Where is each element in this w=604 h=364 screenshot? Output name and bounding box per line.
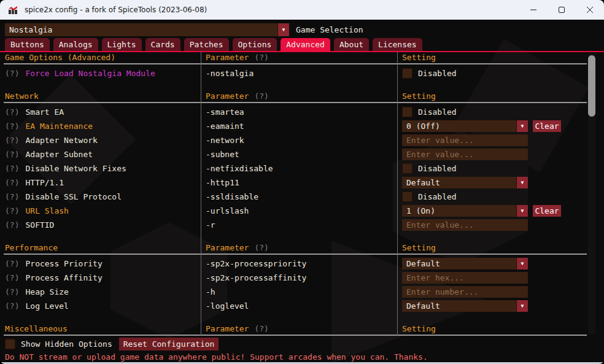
help-hint[interactable]: (?) [5,178,19,187]
minimize-button[interactable] [519,0,548,20]
help-hint[interactable]: (?) [5,206,19,215]
parameter-help-hint[interactable]: (?) [254,243,268,252]
tab-licenses[interactable]: Licenses [373,38,422,51]
tab-cards[interactable]: Cards [145,38,180,51]
option-label: Adapter Network [25,136,97,145]
option-input[interactable] [402,134,528,146]
tab-advanced[interactable]: Advanced [281,38,330,51]
dropdown-value: 1 (On) [402,206,516,215]
option-dropdown[interactable]: 0 (Off)▼ [402,120,528,132]
help-hint[interactable]: (?) [5,122,19,131]
option-parameter: -sp2x-processpriority [201,257,397,271]
checkbox-label: Disabled [418,192,457,201]
option-input[interactable] [402,219,528,231]
tab-buttons[interactable]: Buttons [5,38,50,51]
option-input[interactable] [402,149,528,160]
option-setting-cell: Default▼ [397,299,588,313]
game-selection-value: Nostalgia [5,25,277,34]
chevron-down-icon: ▼ [516,120,528,132]
column-header-parameter: Parameter(?) [201,323,397,334]
option-label: SOFTID [25,220,54,230]
option-checkbox[interactable] [402,163,412,174]
option-dropdown[interactable]: 1 (On)▼ [402,205,528,217]
option-label: Log Level [25,301,68,311]
option-setting-cell: Disabled [397,161,588,176]
scrollbar[interactable] [588,53,595,335]
table-row: (?)URL Slash-urlslash1 (On)▼Clear [0,204,588,218]
section-title: Miscellaneous [0,323,201,334]
clear-button[interactable]: Clear [533,120,561,132]
table-row: (?)Adapter Subnet-subnet [0,147,588,161]
option-setting-cell: Default▼ [397,257,588,271]
option-label-cell: (?)HTTP/1.1 [0,176,201,190]
maximize-button[interactable] [548,0,576,20]
column-header-parameter: Parameter(?) [201,242,397,253]
section-header-row: PerformanceParameter(?)Setting [0,242,588,253]
options-section: PerformanceParameter(?)Setting(?)Process… [0,242,588,313]
dropdown-value: Default [402,301,516,311]
option-label-cell: (?)Log Level [0,299,201,313]
reset-configuration-button[interactable]: Reset Configuration [119,338,219,350]
help-hint[interactable]: (?) [5,301,19,311]
help-hint[interactable]: (?) [5,273,19,282]
section-header-row: Game Options (Advanced)Parameter(?)Setti… [0,52,588,63]
option-checkbox[interactable] [402,68,412,79]
help-hint[interactable]: (?) [5,220,19,230]
scrollbar-thumb[interactable] [588,55,595,117]
option-checkbox[interactable] [402,107,412,117]
option-setting-cell: Disabled [397,66,588,80]
option-dropdown[interactable]: Default▼ [402,258,528,269]
help-hint[interactable]: (?) [5,69,19,78]
parameter-help-hint[interactable]: (?) [254,53,268,62]
option-input[interactable] [402,286,528,298]
help-hint[interactable]: (?) [5,259,19,268]
option-label: Disable SSL Protocol [25,192,122,201]
tab-lights[interactable]: Lights [102,38,142,51]
table-row: (?)Smart EA-smarteaDisabled [0,105,588,119]
app-body: Nostalgia ▼ Game Selection ButtonsAnalog… [0,20,604,362]
help-hint[interactable]: (?) [5,150,19,159]
game-selection-row: Nostalgia ▼ Game Selection [5,23,363,36]
game-selection-label: Game Selection [296,25,363,34]
option-input[interactable] [402,272,528,284]
option-checkbox[interactable] [402,192,412,202]
table-row: (?)Log Level-loglevelDefault▼ [0,299,588,313]
option-parameter: -ssldisable [201,190,397,204]
option-label: Adapter Subnet [25,150,93,159]
option-setting-cell [397,285,588,299]
options-section: MiscellaneousParameter(?)Setting [0,323,588,336]
tab-analogs[interactable]: Analogs [53,38,98,51]
parameter-help-hint[interactable]: (?) [254,324,268,333]
section-title: Game Options (Advanced) [0,52,201,63]
show-hidden-checkbox[interactable] [5,339,15,349]
option-dropdown[interactable]: Default▼ [402,177,528,188]
help-hint[interactable]: (?) [5,287,19,296]
option-label-cell: (?)Disable SSL Protocol [0,190,201,204]
tab-about[interactable]: About [334,38,369,51]
table-row: (?)Process Priority-sp2x-processpriority… [0,257,588,271]
clear-button[interactable]: Clear [533,205,561,217]
table-row: (?)HTTP/1.1-http11Default▼ [0,176,588,190]
option-dropdown[interactable]: Default▼ [402,300,528,312]
tab-options[interactable]: Options [233,38,277,51]
help-hint[interactable]: (?) [5,192,19,201]
option-parameter: -nostalgia [201,66,397,80]
section-divider [4,335,587,336]
option-label: Heap Size [25,287,68,296]
column-header-setting: Setting [397,242,588,253]
close-button[interactable] [576,0,604,20]
dropdown-value: 0 (Off) [402,122,516,131]
help-hint[interactable]: (?) [5,136,19,145]
help-hint[interactable]: (?) [5,107,19,117]
game-selection-dropdown[interactable]: Nostalgia ▼ [5,23,289,36]
option-parameter: -urlslash [201,204,397,218]
section-divider [4,102,587,103]
chevron-down-icon: ▼ [277,23,289,36]
footer-warning: Do NOT stream or upload game data anywhe… [5,352,428,362]
tab-patches[interactable]: Patches [184,38,229,51]
section-title: Performance [0,242,201,253]
dropdown-value: Default [402,259,516,268]
help-hint[interactable]: (?) [5,164,19,173]
parameter-help-hint[interactable]: (?) [254,91,268,101]
dropdown-value: Default [402,178,516,187]
